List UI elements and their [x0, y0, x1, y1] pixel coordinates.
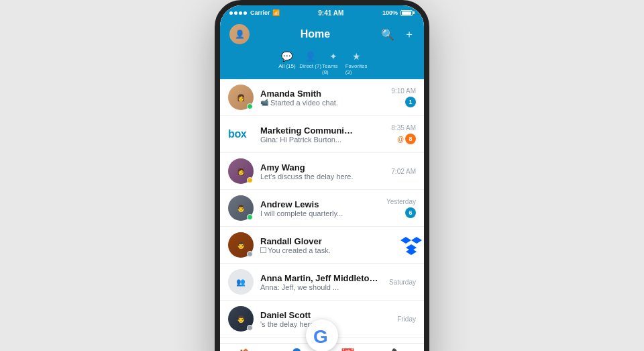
message-name-andrew: Andrew Lewis [260, 199, 382, 209]
tab-direct[interactable]: 👤 Direct (7) [299, 51, 322, 75]
dropbox-overlay [395, 228, 424, 262]
phone-wrapper: Carrier 📶 9:41 AM 100% 👤 Home [215, 0, 429, 351]
google-overlay: G [306, 319, 338, 351]
at-symbol: @ [397, 136, 404, 143]
message-name-amy: Amy Wang [260, 162, 387, 172]
message-name-daniel: Daniel Scott [260, 310, 393, 320]
status-dot-andrew [247, 214, 253, 220]
message-preview-marketing: Gina: Hi Patrick Burton... [260, 136, 387, 144]
phone-screen: Carrier 📶 9:41 AM 100% 👤 Home [220, 5, 424, 351]
header-title: Home [301, 28, 330, 40]
tab-all-label: All (15) [278, 63, 295, 69]
message-list: 👩 Amanda Smith 📹 Started a video chat. 9… [220, 79, 424, 343]
tab-teams-label: Teams (8) [322, 63, 345, 75]
message-item-andrew[interactable]: 👨 Andrew Lewis I will complete quarterly… [220, 190, 424, 227]
status-dot-daniel [247, 325, 253, 331]
tab-direct-icon: 👤 [305, 51, 316, 62]
message-content-marketing: Marketing Communi… Gina: Hi Patrick Burt… [260, 126, 387, 144]
status-bar-right: 100% [382, 9, 415, 16]
svg-rect-1 [395, 228, 424, 260]
signal-dots [229, 11, 247, 15]
message-content-amy: Amy Wang Let's discuss the delay here. [260, 162, 387, 181]
message-meta-daniel: Friday [397, 315, 416, 323]
message-item-marketing[interactable]: box Marketing Communi… Gina: Hi Patrick … [220, 116, 424, 153]
avatar-wrap-amanda: 👩 [228, 85, 254, 110]
carrier-label: Carrier [250, 9, 270, 16]
tab-favorites[interactable]: ★ Favorites (3) [345, 51, 369, 75]
box-logo: box [228, 121, 254, 147]
home-icon: 🏠 [238, 348, 253, 351]
video-camera-icon: 📹 [260, 99, 268, 106]
add-icon[interactable]: ＋ [404, 28, 415, 42]
message-content-andrew: Andrew Lewis I will complete quarterly..… [260, 199, 382, 217]
google-g-logo: G [312, 325, 332, 346]
message-item-randall[interactable]: 👨 Randall Glover You created a task. Sa [220, 227, 424, 264]
tab-teams-icon: ✦ [329, 51, 337, 62]
status-bar: Carrier 📶 9:41 AM 100% [220, 5, 424, 20]
tab-all[interactable]: 💬 All (15) [276, 51, 299, 75]
message-content-amanda: Amanda Smith 📹 Started a video chat. [260, 89, 387, 107]
tab-direct-label: Direct (7) [299, 63, 321, 69]
badge-andrew: 6 [405, 207, 416, 218]
at-badge-marketing: @ 8 [397, 134, 416, 144]
message-preview-randall: You created a task. [260, 246, 404, 254]
status-dot-randall [247, 251, 253, 257]
wifi-icon: 📶 [272, 9, 280, 16]
battery-tip [413, 11, 415, 14]
message-preview-andrew: I will complete quarterly... [260, 209, 382, 217]
avatar-wrap-amy: 👩 [228, 158, 254, 184]
message-preview-amanda: 📹 Started a video chat. [260, 99, 387, 107]
message-time-andrew: Yesterday [386, 198, 416, 205]
header-top: 👤 Home 🔍 ＋ [229, 24, 415, 44]
message-time-daniel: Friday [397, 315, 416, 323]
calendar-icon: 📅 [340, 348, 355, 351]
user-avatar[interactable]: 👤 [229, 24, 250, 44]
tab-favorites-label: Favorites (3) [345, 63, 369, 75]
avatar-wrap-daniel: 👨 [228, 306, 254, 332]
phone-icon: 📞 [391, 348, 406, 351]
message-meta-amanda: 9:10 AM 1 [391, 87, 416, 107]
message-content-randall: Randall Glover You created a task. [260, 236, 404, 254]
app-header: 👤 Home 🔍 ＋ 💬 All (15) 👤 Direct (7) [220, 20, 424, 79]
battery-percent: 100% [382, 9, 398, 16]
task-checkbox-icon [260, 247, 266, 253]
svg-text:G: G [313, 326, 328, 346]
tabs-bar: 💬 All (15) 👤 Direct (7) ✦ Teams (8) ★ Fa… [276, 48, 369, 79]
battery-indicator [400, 10, 415, 16]
message-content-anna: Anna Martin, Jeff Middleto… Anna: Jeff, … [260, 273, 385, 291]
message-name-anna: Anna Martin, Jeff Middleto… [260, 273, 385, 283]
battery-fill [402, 11, 411, 15]
signal-dot-4 [244, 11, 247, 15]
message-meta-anna: Saturday [389, 279, 416, 286]
avatar-anna: 👥 [228, 269, 254, 295]
message-name-randall: Randall Glover [260, 236, 404, 246]
search-icon[interactable]: 🔍 [381, 28, 394, 41]
message-time-amy: 7:02 AM [391, 168, 416, 175]
nav-phone[interactable]: 📞 Phone [373, 348, 424, 351]
user-avatar-image: 👤 [229, 24, 250, 44]
message-meta-marketing: 8:35 AM @ 8 [391, 124, 416, 144]
signal-dot-1 [229, 11, 233, 15]
avatar-wrap-andrew: 👨 [228, 195, 254, 221]
dropbox-logo [395, 228, 424, 260]
badge-marketing: 8 [405, 134, 416, 144]
status-dot-amanda [247, 103, 253, 109]
signal-dot-3 [239, 11, 242, 15]
message-time-marketing: 8:35 AM [391, 124, 416, 132]
message-time-anna: Saturday [389, 279, 416, 286]
contacts-icon: 👤 [289, 348, 304, 351]
nav-home[interactable]: 🏠 Home [220, 348, 271, 351]
battery-body [400, 10, 413, 16]
tab-favorites-icon: ★ [352, 51, 361, 62]
message-item-amanda-smith[interactable]: 👩 Amanda Smith 📹 Started a video chat. 9… [220, 79, 424, 116]
tab-teams[interactable]: ✦ Teams (8) [322, 51, 345, 75]
status-dot-amy [247, 177, 253, 183]
message-preview-amy: Let's discuss the delay here. [260, 172, 387, 181]
message-item-amy[interactable]: 👩 Amy Wang Let's discuss the delay here.… [220, 153, 424, 190]
message-item-anna[interactable]: 👥 Anna Martin, Jeff Middleto… Anna: Jeff… [220, 264, 424, 301]
header-actions: 🔍 ＋ [381, 28, 415, 42]
signal-dot-2 [234, 11, 237, 15]
bottom-nav: 🏠 Home G 👤 Contacts 📅 Calendar 📞 Phone [220, 343, 424, 351]
status-bar-left: Carrier 📶 [229, 9, 280, 16]
message-meta-amy: 7:02 AM [391, 168, 416, 175]
